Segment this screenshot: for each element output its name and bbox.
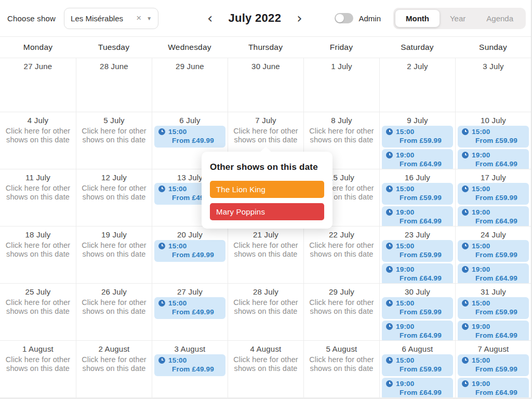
- show-price: From £64.99: [400, 160, 449, 168]
- calendar-title: July 2022: [228, 11, 281, 25]
- show-chip[interactable]: 15:00From £49.99: [154, 354, 225, 376]
- day-cell: 17 July15:00From £59.9919:00From £64.99: [455, 169, 531, 226]
- weekday-label: Wednesday: [152, 37, 228, 58]
- show-chip[interactable]: 19:00From £64.99: [382, 263, 453, 283]
- day-cell[interactable]: 2 AugustClick here for other shows on th…: [76, 340, 152, 397]
- show-price: From £59.99: [475, 365, 525, 373]
- show-chip[interactable]: 19:00From £64.99: [382, 149, 453, 169]
- show-time-row: 15:00: [158, 242, 221, 250]
- show-price: From £64.99: [475, 274, 525, 282]
- day-cell[interactable]: 29 JulyClick here for other shows on thi…: [303, 283, 379, 340]
- show-chip[interactable]: 15:00From £59.99: [458, 126, 529, 148]
- weekday-label: Sunday: [455, 37, 531, 58]
- show-chip[interactable]: 15:00From £49.99: [154, 126, 225, 148]
- date-label: 17 July: [456, 169, 531, 182]
- day-cell[interactable]: 18 JulyClick here for other shows on thi…: [0, 226, 76, 283]
- show-time-row: 19:00: [386, 323, 449, 330]
- clock-icon: [462, 152, 469, 158]
- show-time: 15:00: [472, 299, 490, 307]
- day-cell[interactable]: 5 AugustClick here for other shows on th…: [303, 340, 379, 397]
- show-time: 15:00: [168, 128, 187, 136]
- show-price: From £59.99: [400, 194, 449, 202]
- date-label: 4 August: [228, 341, 303, 353]
- show-chip[interactable]: 15:00From £59.99: [382, 354, 453, 376]
- show-price: From £64.99: [400, 331, 449, 339]
- date-label: 6 August: [380, 341, 455, 353]
- show-time-row: 15:00: [386, 299, 449, 307]
- show-select[interactable]: Les Misérables × ▼: [64, 8, 158, 29]
- chevron-down-icon[interactable]: ▼: [147, 16, 152, 21]
- other-shows-link[interactable]: Click here for other shows on this date: [229, 355, 303, 373]
- clock-icon: [386, 300, 393, 307]
- date-label: 19 July: [76, 227, 152, 239]
- other-shows-link[interactable]: Click here for other shows on this date: [77, 241, 151, 259]
- show-chip[interactable]: 15:00From £59.99: [382, 126, 453, 148]
- show-chip[interactable]: 15:00From £59.99: [458, 297, 529, 319]
- other-shows-link[interactable]: Click here for other shows on this date: [305, 127, 379, 144]
- prev-month-button[interactable]: ‹: [205, 11, 215, 25]
- show-chip[interactable]: 15:00From £59.99: [458, 354, 529, 376]
- view-tab-year[interactable]: Year: [440, 10, 476, 27]
- show-chip[interactable]: 15:00From £59.99: [458, 183, 529, 205]
- other-shows-link[interactable]: Click here for other shows on this date: [229, 127, 303, 144]
- other-shows-link[interactable]: Click here for other shows on this date: [1, 184, 75, 202]
- day-cell[interactable]: 25 JulyClick here for other shows on thi…: [0, 283, 76, 340]
- show-time: 19:00: [396, 323, 415, 330]
- day-cell[interactable]: 4 AugustClick here for other shows on th…: [228, 340, 303, 397]
- view-tab-agenda[interactable]: Agenda: [476, 10, 524, 27]
- show-time: 19:00: [472, 208, 490, 216]
- weekday-label: Tuesday: [76, 37, 152, 58]
- day-cell[interactable]: 19 JulyClick here for other shows on thi…: [76, 226, 152, 283]
- other-shows-link[interactable]: Click here for other shows on this date: [305, 241, 379, 259]
- show-time-row: 19:00: [462, 151, 525, 159]
- show-chip[interactable]: 15:00From £49.99: [154, 240, 225, 262]
- other-shows-link[interactable]: Click here for other shows on this date: [77, 184, 151, 202]
- show-button-mary-poppins[interactable]: Mary Poppins: [210, 203, 324, 220]
- day-cell[interactable]: 28 JulyClick here for other shows on thi…: [228, 283, 303, 340]
- clock-icon: [386, 266, 393, 273]
- next-month-button[interactable]: ›: [295, 11, 304, 25]
- admin-toggle[interactable]: [335, 13, 353, 23]
- show-chip[interactable]: 15:00From £59.99: [382, 297, 453, 319]
- show-chip[interactable]: 19:00From £64.99: [458, 378, 529, 397]
- clear-icon[interactable]: ×: [136, 13, 141, 23]
- day-cell: 23 July15:00From £59.9919:00From £64.99: [379, 226, 455, 283]
- day-cell[interactable]: 4 JulyClick here for other shows on this…: [0, 112, 76, 169]
- show-chip[interactable]: 19:00From £64.99: [382, 378, 453, 397]
- show-chip[interactable]: 19:00From £64.99: [458, 149, 529, 169]
- day-cell[interactable]: 26 JulyClick here for other shows on thi…: [76, 283, 152, 340]
- other-shows-link[interactable]: Click here for other shows on this date: [305, 355, 379, 373]
- other-shows-link[interactable]: Click here for other shows on this date: [1, 241, 75, 259]
- show-time-row: 15:00: [462, 242, 525, 250]
- other-shows-link[interactable]: Click here for other shows on this date: [1, 127, 75, 144]
- show-button-lion-king[interactable]: The Lion King: [210, 181, 324, 198]
- show-chip[interactable]: 15:00From £49.99: [154, 297, 225, 319]
- other-shows-link[interactable]: Click here for other shows on this date: [305, 298, 379, 316]
- view-tab-month[interactable]: Month: [395, 10, 440, 27]
- other-shows-link[interactable]: Click here for other shows on this date: [229, 298, 303, 316]
- other-shows-link[interactable]: Click here for other shows on this date: [1, 298, 75, 316]
- other-shows-link[interactable]: Click here for other shows on this date: [229, 241, 303, 259]
- show-chip[interactable]: 15:00From £59.99: [382, 240, 453, 262]
- show-chip[interactable]: 19:00From £64.99: [382, 321, 453, 340]
- show-chip[interactable]: 19:00From £64.99: [458, 206, 529, 226]
- show-chip[interactable]: 15:00From £59.99: [458, 240, 529, 262]
- show-chip[interactable]: 19:00From £64.99: [458, 263, 529, 283]
- day-cell[interactable]: 11 JulyClick here for other shows on thi…: [0, 169, 76, 226]
- admin-label: Admin: [358, 14, 381, 23]
- other-shows-link[interactable]: Click here for other shows on this date: [77, 298, 151, 316]
- day-cell[interactable]: 1 AugustClick here for other shows on th…: [0, 340, 76, 397]
- show-time: 15:00: [168, 242, 187, 250]
- show-time: 15:00: [396, 128, 415, 136]
- other-shows-link[interactable]: Click here for other shows on this date: [77, 127, 151, 144]
- show-chip[interactable]: 19:00From £64.99: [458, 321, 529, 340]
- day-cell[interactable]: 12 JulyClick here for other shows on thi…: [76, 169, 152, 226]
- day-cell[interactable]: 22 JulyClick here for other shows on thi…: [303, 226, 379, 283]
- other-shows-link[interactable]: Click here for other shows on this date: [77, 355, 151, 373]
- day-cell[interactable]: 21 JulyClick here for other shows on thi…: [228, 226, 303, 283]
- day-cell[interactable]: 5 JulyClick here for other shows on this…: [76, 112, 152, 169]
- other-shows-link[interactable]: Click here for other shows on this date: [1, 355, 75, 373]
- show-chip[interactable]: 19:00From £64.99: [382, 206, 453, 226]
- show-chip[interactable]: 15:00From £59.99: [382, 183, 453, 205]
- date-label: 2 July: [380, 58, 455, 71]
